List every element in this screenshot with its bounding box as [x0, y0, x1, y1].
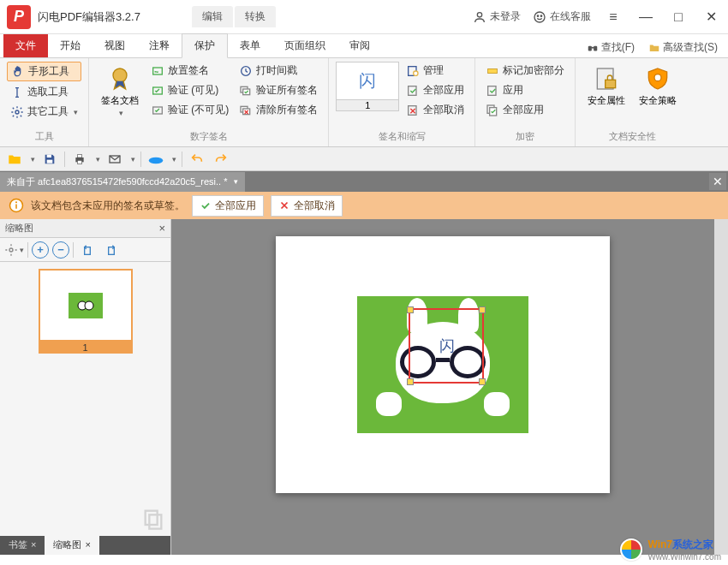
page-image: 闪 [357, 296, 528, 433]
print-button[interactable] [70, 150, 89, 169]
other-tools-button[interactable]: 其它工具▾ [7, 103, 81, 121]
chevron-down-icon[interactable]: ▾ [96, 155, 100, 164]
find-button[interactable]: 查找(F) [582, 38, 640, 57]
svg-point-1 [534, 12, 545, 22]
email-button[interactable] [105, 150, 124, 169]
page[interactable]: 闪 [276, 236, 610, 493]
rotate-cw-button[interactable] [101, 241, 122, 259]
hamburger-menu-icon[interactable]: ≡ [603, 7, 624, 27]
panel-options-button[interactable]: ▾ [3, 241, 24, 259]
rotate-cw-icon [104, 243, 118, 257]
panel-title: 缩略图 [5, 222, 33, 235]
cancel-all-sig-button[interactable]: 全部取消 [403, 101, 468, 119]
menu-start[interactable]: 开始 [48, 34, 92, 57]
menu-review[interactable]: 审阅 [337, 34, 382, 57]
mode-tab-edit[interactable]: 编辑 [192, 6, 233, 27]
menu-view[interactable]: 视图 [92, 34, 137, 57]
panel-toolbar: ▾ + − [0, 238, 170, 262]
manage-signatures-button[interactable]: 管理 [403, 62, 468, 80]
signature-preview[interactable]: 闪 1 [336, 62, 399, 111]
sign-document-button[interactable]: 签名文档 ▾ [96, 62, 144, 121]
menu-file[interactable]: 文件 [3, 34, 48, 57]
zoom-in-thumb-button[interactable]: + [32, 241, 49, 259]
warning-text: 该文档包含未应用的签名或草签。 [31, 199, 185, 213]
chevron-down-icon[interactable]: ▾ [172, 155, 176, 164]
open-button[interactable] [5, 150, 24, 169]
scanner-icon [148, 153, 164, 165]
group-label-tools: 工具 [7, 128, 81, 145]
canvas-scroll[interactable]: 闪 [171, 219, 714, 555]
verify-all-signatures-button[interactable]: 验证所有签名 [236, 81, 321, 99]
rotate-ccw-button[interactable] [77, 241, 98, 259]
scan-button[interactable] [146, 150, 165, 169]
warn-apply-all-button[interactable]: 全部应用 [192, 195, 264, 217]
lock-doc-icon [593, 65, 620, 92]
thumbnail-list[interactable]: 1 [0, 262, 170, 536]
svg-rect-4 [588, 45, 591, 51]
security-attributes-button[interactable]: 安全属性 [582, 62, 630, 110]
minimize-button[interactable]: — [636, 7, 656, 27]
signature-mark[interactable]: 闪 [439, 336, 455, 356]
panel-tab-thumbnail[interactable]: 缩略图× [45, 536, 98, 555]
place-signature-button[interactable]: 放置签名 [147, 62, 232, 80]
resize-handle-ne[interactable] [479, 306, 486, 313]
menu-form[interactable]: 表单 [228, 34, 272, 57]
signature-preview-glyph: 闪 [359, 62, 376, 99]
resize-handle-se[interactable] [479, 378, 486, 385]
thumbnail-item[interactable]: 1 [39, 269, 133, 354]
close-tab-button[interactable]: ✕ [709, 173, 726, 190]
document-tab[interactable]: 来自于 afc1ea8376515472fe590fccd42a20c5_res… [0, 172, 245, 192]
chevron-down-icon[interactable]: ▾ [131, 155, 135, 164]
online-service-button[interactable]: 在线客服 [533, 9, 591, 24]
menu-annotate[interactable]: 注释 [137, 34, 182, 57]
document-tab-bar: 来自于 afc1ea8376515472fe590fccd42a20c5_res… [0, 171, 728, 192]
apply-encrypt-button[interactable]: 应用 [482, 81, 568, 99]
hand-tool-button[interactable]: 手形工具 [7, 62, 81, 81]
vertical-scrollbar[interactable] [714, 219, 728, 555]
panel-tab-bookmark[interactable]: 书签× [0, 536, 45, 555]
clear-all-signatures-button[interactable]: 清除所有签名 [236, 101, 321, 119]
chevron-down-icon[interactable]: ▾ [31, 155, 35, 164]
folder-open-icon [7, 152, 22, 167]
resize-handle-nw[interactable] [407, 306, 414, 313]
chevron-down-icon[interactable]: ▾ [234, 177, 238, 186]
signature-preview-number: 1 [337, 99, 398, 110]
text-cursor-icon [10, 86, 24, 99]
title-mode-tabs: 编辑 转换 [192, 6, 276, 27]
save-icon [43, 152, 57, 166]
advanced-find-button[interactable]: 高级查找(S) [643, 38, 723, 57]
close-window-button[interactable]: ✕ [701, 7, 721, 27]
panel-close-button[interactable]: × [158, 222, 165, 235]
resize-handle-sw[interactable] [407, 378, 414, 385]
redo-button[interactable] [212, 150, 230, 169]
menu-page-org[interactable]: 页面组织 [272, 34, 337, 57]
redo-icon [214, 152, 228, 166]
warn-cancel-all-button[interactable]: 全部取消 [271, 195, 343, 217]
cancel-all-icon [406, 104, 420, 117]
zoom-out-thumb-button[interactable]: − [52, 241, 69, 259]
menu-protect[interactable]: 保护 [182, 33, 228, 58]
svg-rect-26 [606, 80, 616, 87]
verify-visible-button[interactable]: 验证 (可见) [147, 81, 232, 99]
verify-all-icon [239, 84, 253, 98]
apply-all-encrypt-button[interactable]: 全部应用 [482, 101, 568, 119]
mark-encrypt-button[interactable]: 标记加密部分 [482, 62, 568, 80]
apply-icon [200, 199, 212, 211]
security-policy-button[interactable]: 安全策略 [634, 62, 682, 110]
verify-invisible-button[interactable]: 验证 (不可见) [147, 101, 232, 119]
watermark-url: Www.Winwin7.com [647, 552, 721, 562]
maximize-button[interactable]: □ [668, 7, 689, 27]
undo-button[interactable] [188, 150, 206, 169]
clear-all-icon [239, 104, 253, 117]
selection-box[interactable]: 闪 [409, 308, 484, 384]
apply-all-sig-button[interactable]: 全部应用 [403, 81, 468, 99]
mode-tab-convert[interactable]: 转换 [235, 6, 276, 27]
select-tool-button[interactable]: 选取工具 [7, 83, 81, 101]
timestamp-button[interactable]: 打时间戳 [236, 62, 321, 80]
save-button[interactable] [40, 150, 59, 169]
ribbon: 手形工具 选取工具 其它工具▾ 工具 签名文档 ▾ [0, 58, 728, 147]
svg-rect-6 [591, 46, 594, 48]
svg-rect-31 [77, 154, 81, 157]
login-button[interactable]: 未登录 [473, 9, 521, 24]
printer-icon [73, 152, 87, 166]
